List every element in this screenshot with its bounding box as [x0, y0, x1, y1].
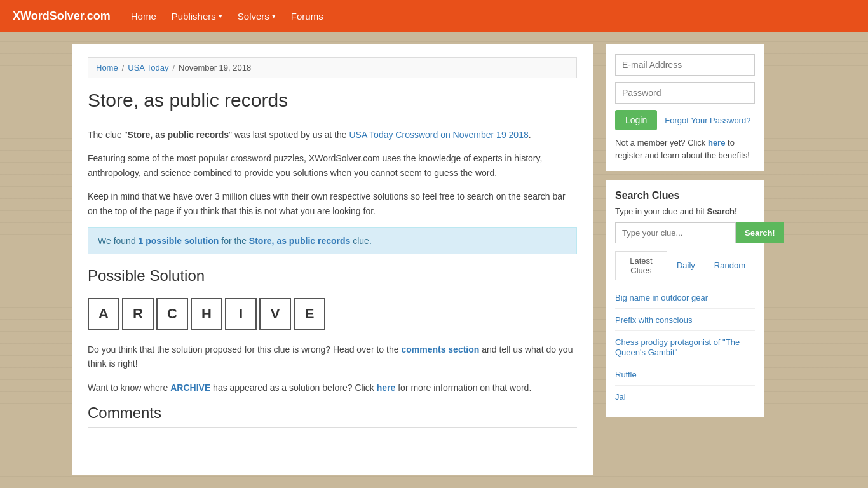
page-title: Store, as public records — [88, 90, 577, 118]
password-field[interactable] — [615, 82, 755, 104]
clue-intro: The clue "Store, as public records" was … — [88, 128, 577, 142]
possible-solution-heading: Possible Solution — [88, 267, 577, 290]
breadcrumb-sep1: / — [122, 63, 125, 72]
breadcrumb-date: November 19, 2018 — [179, 63, 251, 72]
found-clue: Store, as public records — [249, 236, 351, 246]
forgot-password-link[interactable]: Forgot Your Password? — [665, 116, 750, 125]
search-instruction-bold: Search! — [707, 207, 738, 216]
archive-here-link[interactable]: here — [377, 383, 396, 393]
comments-link[interactable]: comments section — [401, 344, 479, 355]
nav-home[interactable]: Home — [130, 8, 158, 25]
clue-link-3[interactable]: Ruffle — [615, 370, 637, 379]
clue-intro-after: " was last spotted by us at the — [229, 130, 349, 140]
clue-link-2[interactable]: Chess prodigy protagonist of "The Queen'… — [615, 337, 740, 357]
breadcrumb-publisher[interactable]: USA Today — [128, 63, 168, 72]
archive-text: Want to know where ARCHIVE has appeared … — [88, 381, 577, 395]
clue-intro-before: The clue " — [88, 130, 128, 140]
found-middle: for the — [219, 236, 248, 246]
archive-text-end: for more information on that word. — [395, 383, 531, 393]
search-button[interactable]: Search! — [736, 222, 784, 243]
archive-link[interactable]: ARCHIVE — [170, 383, 210, 393]
register-link[interactable]: here — [708, 138, 725, 147]
login-actions: Login Forgot Your Password? — [615, 110, 755, 130]
solution-cell-6: E — [294, 298, 325, 330]
login-button[interactable]: Login — [615, 110, 657, 130]
main-content: Home / USA Today / November 19, 2018 Sto… — [72, 44, 593, 475]
content-wrapper: Home / USA Today / November 19, 2018 Sto… — [72, 44, 796, 475]
list-item: Jai — [615, 386, 755, 407]
search-instruction: Type in your clue and hit Search! — [615, 207, 755, 216]
solution-text: Do you think that the solution proposed … — [88, 342, 577, 371]
list-item: Big name in outdoor gear — [615, 287, 755, 309]
search-clues-heading: Search Clues — [615, 190, 755, 201]
found-after: clue. — [350, 236, 371, 246]
register-text-before: Not a member yet? Click — [615, 138, 708, 147]
clue-link[interactable]: USA Today Crossword on November 19 2018 — [349, 130, 528, 140]
nav-forums[interactable]: Forums — [290, 8, 325, 25]
search-bar: Search! — [615, 222, 755, 243]
solution-cell-1: R — [122, 298, 154, 330]
solution-text-before: Do you think that the solution proposed … — [88, 344, 401, 355]
nav-links: Home Publishers Solvers Forums — [130, 8, 325, 25]
clue-list: Big name in outdoor gear Prefix with con… — [615, 287, 755, 407]
page-background: Home / USA Today / November 19, 2018 Sto… — [0, 32, 868, 488]
clues-tabs: Latest Clues Daily Random — [615, 251, 755, 280]
found-link[interactable]: 1 possible solution — [139, 236, 219, 246]
register-text: Not a member yet? Click here to register… — [615, 137, 755, 161]
archive-text-after: has appeared as a solution before? Click — [210, 383, 377, 393]
clue-link-0[interactable]: Big name in outdoor gear — [615, 293, 708, 302]
tab-daily[interactable]: Daily — [667, 251, 705, 280]
search-clues-box: Search Clues Type in your clue and hit S… — [606, 180, 764, 417]
tab-random[interactable]: Random — [705, 251, 755, 280]
site-logo[interactable]: XWordSolver.com — [13, 10, 111, 23]
solution-cell-2: C — [156, 298, 188, 330]
search-instruction-before: Type in your clue and hit — [615, 207, 707, 216]
solution-grid: A R C H I V E — [88, 298, 577, 330]
list-item: Chess prodigy protagonist of "The Queen'… — [615, 331, 755, 363]
clue-link-suffix: . — [529, 130, 531, 140]
sidebar: Login Forgot Your Password? Not a member… — [606, 44, 764, 475]
solution-cell-3: H — [191, 298, 222, 330]
clue-link-1[interactable]: Prefix with conscious — [615, 315, 692, 325]
list-item: Ruffle — [615, 363, 755, 386]
list-item: Prefix with conscious — [615, 309, 755, 331]
solution-cell-4: I — [225, 298, 257, 330]
navbar: XWordSolver.com Home Publishers Solvers … — [0, 0, 868, 32]
login-box: Login Forgot Your Password? Not a member… — [606, 44, 764, 171]
breadcrumb-sep2: / — [172, 63, 175, 72]
nav-solvers[interactable]: Solvers — [236, 8, 277, 25]
clue-bold: Store, as public records — [128, 130, 229, 140]
search-input[interactable] — [615, 222, 736, 243]
archive-text-before: Want to know where — [88, 383, 170, 393]
clue-link-4[interactable]: Jai — [615, 392, 626, 402]
breadcrumb: Home / USA Today / November 19, 2018 — [88, 57, 577, 78]
breadcrumb-home[interactable]: Home — [96, 63, 118, 72]
nav-publishers[interactable]: Publishers — [170, 8, 224, 25]
description-2: Keep in mind that we have over 3 million… — [88, 189, 577, 218]
found-box: We found 1 possible solution for the Sto… — [88, 227, 577, 254]
found-before: We found — [98, 236, 139, 246]
email-field[interactable] — [615, 54, 755, 76]
comments-heading: Comments — [88, 404, 577, 428]
solution-cell-0: A — [88, 298, 119, 330]
description-1: Featuring some of the most popular cross… — [88, 151, 577, 180]
tab-latest-clues[interactable]: Latest Clues — [615, 251, 667, 280]
solution-cell-5: V — [259, 298, 291, 330]
